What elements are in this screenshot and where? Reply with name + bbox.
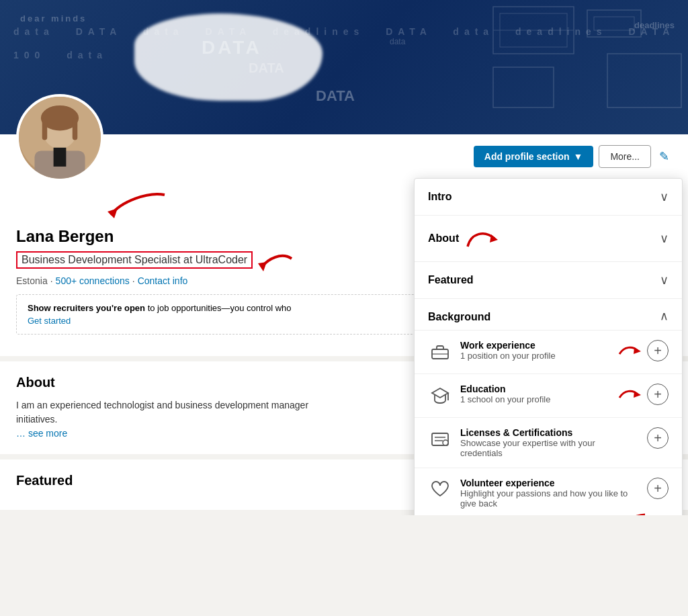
avatar-wrapper bbox=[16, 94, 103, 181]
banner-data-1: DATA bbox=[202, 37, 262, 58]
profile-headline: Business Development Specialist at Ultra… bbox=[16, 251, 253, 269]
dropdown-featured-row[interactable]: Featured ∨ bbox=[415, 262, 682, 299]
add-work-button[interactable]: + bbox=[647, 340, 669, 361]
dropdown-intro-row[interactable]: Intro ∨ bbox=[415, 179, 682, 216]
banner-text-1: dear minds bbox=[20, 13, 87, 24]
volunteer-subtitle: Highlight your passions and how you like… bbox=[460, 488, 639, 509]
more-button[interactable]: More... bbox=[599, 145, 651, 168]
education-subtitle: 1 school on your profile bbox=[460, 394, 608, 404]
education-item: Education 1 school on your profile + bbox=[415, 374, 682, 418]
contact-info-link[interactable]: Contact info bbox=[138, 275, 188, 286]
licenses-item: Licenses & Certifications Showcase your … bbox=[415, 418, 682, 468]
about-dropdown-label: About bbox=[428, 232, 459, 245]
education-icon bbox=[428, 384, 452, 408]
svg-marker-15 bbox=[258, 262, 267, 271]
work-subtitle: 1 position on your profile bbox=[460, 351, 608, 361]
background-header[interactable]: Background ∨ bbox=[415, 299, 682, 331]
licenses-title: Licenses & Certifications bbox=[460, 427, 639, 438]
background-label: Background bbox=[428, 311, 490, 323]
add-volunteer-button[interactable]: + bbox=[647, 478, 669, 499]
volunteer-item: Volunteer experience Highlight your pass… bbox=[415, 468, 682, 515]
add-licenses-button[interactable]: + bbox=[647, 427, 669, 449]
about-body-text2: initiatives. bbox=[16, 414, 57, 425]
featured-chevron-icon: ∨ bbox=[660, 273, 669, 288]
briefcase-icon bbox=[428, 340, 452, 364]
skills-arrow bbox=[611, 511, 648, 515]
about-dropdown-arrow bbox=[464, 226, 498, 251]
licenses-content: Licenses & Certifications Showcase your … bbox=[460, 427, 639, 458]
see-more-link[interactable]: … see more bbox=[16, 428, 67, 439]
about-label-wrap: About bbox=[428, 226, 498, 251]
add-section-label: Add profile section bbox=[484, 151, 570, 162]
svg-marker-16 bbox=[490, 234, 498, 243]
svg-marker-21 bbox=[634, 391, 641, 398]
featured-dropdown-label: Featured bbox=[428, 274, 474, 286]
edit-profile-button[interactable]: ✎ bbox=[656, 146, 672, 167]
banner-grid bbox=[486, 0, 688, 134]
work-arrow bbox=[616, 341, 643, 361]
connections-link[interactable]: 500+ connections bbox=[56, 275, 130, 286]
dropdown-panel: Intro ∨ About ∨ Featured ∨ Background ∨ bbox=[414, 178, 683, 515]
add-education-button[interactable]: + bbox=[647, 384, 669, 405]
pencil-icon: ✎ bbox=[659, 150, 669, 163]
banner-text-3: data bbox=[390, 37, 405, 46]
about-chevron-icon: ∨ bbox=[660, 231, 669, 246]
about-body-text: I am an experienced technologist and bus… bbox=[16, 400, 308, 410]
volunteer-title: Volunteer experience bbox=[460, 478, 639, 488]
licenses-subtitle: Showcase your expertise with your creden… bbox=[460, 438, 639, 458]
avatar-image bbox=[19, 94, 101, 179]
svg-rect-10 bbox=[42, 118, 48, 140]
svg-rect-5 bbox=[493, 67, 554, 107]
location: Estonia bbox=[16, 275, 48, 286]
avatar-arrow bbox=[108, 188, 168, 225]
svg-rect-11 bbox=[73, 118, 78, 140]
avatar bbox=[16, 94, 103, 181]
svg-rect-13 bbox=[54, 148, 67, 167]
education-title: Education bbox=[460, 384, 608, 394]
profile-actions: Add profile section ▼ More... ✎ bbox=[16, 134, 672, 173]
work-content: Work experience 1 position on your profi… bbox=[460, 340, 608, 361]
more-label: More... bbox=[610, 151, 640, 162]
recruiter-normal: to job opportunities—you control who bbox=[148, 303, 292, 313]
svg-marker-14 bbox=[108, 208, 118, 218]
add-profile-section-button[interactable]: Add profile section ▼ bbox=[474, 146, 594, 167]
banner-data-3: DATA bbox=[316, 87, 355, 105]
work-title: Work experience bbox=[460, 340, 608, 351]
dropdown-about-row[interactable]: About ∨ bbox=[415, 216, 682, 262]
education-content: Education 1 school on your profile bbox=[460, 384, 608, 404]
separator-2: · bbox=[132, 275, 135, 286]
background-chevron-icon: ∨ bbox=[660, 310, 669, 324]
svg-marker-19 bbox=[634, 347, 641, 354]
work-experience-item: Work experience 1 position on your profi… bbox=[415, 331, 682, 374]
banner-data-2: DATA bbox=[249, 60, 284, 76]
svg-rect-3 bbox=[587, 10, 641, 37]
dropdown-arrow-icon: ▼ bbox=[574, 151, 583, 162]
svg-rect-4 bbox=[594, 17, 634, 30]
intro-label: Intro bbox=[428, 191, 452, 203]
svg-point-25 bbox=[443, 440, 448, 445]
svg-rect-6 bbox=[607, 54, 681, 107]
volunteer-content: Volunteer experience Highlight your pass… bbox=[460, 478, 639, 509]
heart-icon bbox=[428, 478, 452, 502]
education-arrow bbox=[616, 384, 643, 404]
intro-chevron-icon: ∨ bbox=[660, 189, 669, 204]
recruiter-bold: Show recruiters you're open bbox=[28, 303, 145, 313]
headline-arrow bbox=[258, 249, 295, 275]
certificate-icon bbox=[428, 427, 452, 451]
separator-1: · bbox=[50, 275, 53, 286]
